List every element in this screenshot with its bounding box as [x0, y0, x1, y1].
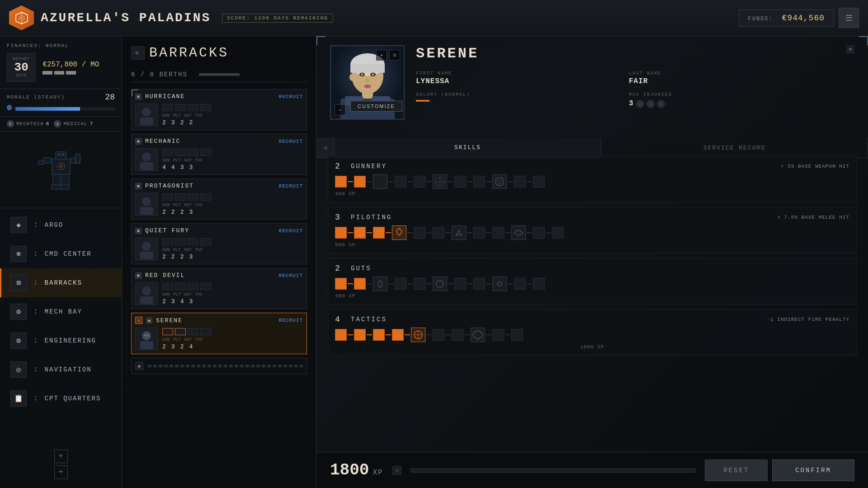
income-bar-1	[42, 71, 52, 75]
stat-bar-2	[175, 104, 186, 111]
sidebar-item-mech-bay[interactable]: ⚙ : MECH BAY	[0, 297, 122, 326]
recruit-header-protagonist: ▣ PROTAGONIST RECRUIT	[135, 183, 303, 189]
piloting-node-3[interactable]	[373, 227, 385, 239]
max-injuries-value: 3	[629, 99, 634, 108]
engineering-icon: ⚙	[10, 333, 27, 349]
svg-point-48	[349, 74, 355, 81]
guts-node-special-6[interactable]	[433, 277, 447, 291]
portrait-square-button[interactable]: ⊟	[389, 50, 400, 61]
tactics-node-2[interactable]	[354, 329, 366, 341]
gunnery-node-special-6[interactable]	[433, 174, 447, 189]
svg-rect-25	[140, 252, 153, 259]
mech-bay-icon: ⚙	[10, 304, 27, 320]
guts-node-special-9[interactable]	[492, 277, 507, 291]
xp-display: 1800 XP	[330, 461, 383, 479]
gunnery-name: GUNNERY	[351, 163, 387, 170]
guts-level: 2	[335, 264, 344, 273]
tactics-node-special[interactable]	[411, 328, 425, 342]
skill-row-guts: 2 GUTS	[328, 258, 857, 305]
medical-icon: ✚	[54, 120, 61, 127]
piloting-node-2[interactable]	[354, 227, 366, 239]
tactics-node-3[interactable]	[373, 329, 385, 341]
gunnery-node-7[interactable]	[454, 176, 466, 188]
recruit-header-mechanic: ▣ MECHANIC RECRUIT	[135, 138, 303, 145]
svg-point-45	[372, 73, 374, 75]
recruit-card-quiet-fury[interactable]: ▣ QUIET FURY RECRUIT	[131, 223, 307, 264]
recruit-body-serene: GUNPLTGUTTAC 2 3 2 4	[135, 328, 303, 350]
recruit-avatar-quiet-fury	[135, 238, 158, 260]
recruit-link-protagonist[interactable]: RECRUIT	[279, 183, 303, 189]
gunnery-node-5[interactable]	[414, 176, 425, 188]
recruit-link-mechanic[interactable]: RECRUIT	[279, 139, 303, 144]
hurricane-plt: 3	[171, 119, 175, 126]
sidebar-item-cpt-quarters[interactable]: 📋 : CPT QUARTERS	[0, 384, 122, 413]
reset-button[interactable]: RESET	[705, 460, 768, 481]
portrait-star-button[interactable]: ✦	[376, 50, 387, 61]
gunnery-node-4[interactable]	[395, 176, 406, 188]
mechanic-gut: 3	[180, 164, 184, 171]
recruit-avatar-mechanic	[135, 148, 158, 171]
customize-button[interactable]: CUSTOMIZE	[350, 101, 402, 112]
menu-button[interactable]: ☰	[839, 8, 859, 28]
add-recruit-button-2[interactable]: +	[54, 465, 68, 479]
guts-node-1[interactable]	[335, 278, 347, 290]
company-logo-icon	[9, 5, 34, 30]
tactics-node-1[interactable]	[335, 329, 347, 341]
monthly-income: €257,800 / MO	[42, 61, 99, 69]
gunnery-node-special-3[interactable]	[373, 174, 387, 189]
morale-bar-fill	[15, 107, 80, 111]
piloting-xp: 900 XP	[335, 242, 849, 248]
guts-node-special-3[interactable]	[373, 277, 387, 291]
recruit-card-red-devil[interactable]: ▣ RED DEVIL RECRUIT	[131, 268, 307, 309]
svg-rect-13	[62, 174, 69, 186]
medical-skill: ✚ MEDICAL 7	[54, 120, 93, 127]
mechtech-value: 6	[46, 121, 50, 127]
gunnery-node-8[interactable]	[473, 176, 485, 188]
tactics-node-special-2[interactable]	[471, 328, 485, 342]
guts-node-2[interactable]	[354, 278, 366, 290]
expand-indicators: ⊞	[846, 45, 854, 53]
gunnery-node-1[interactable]	[335, 176, 347, 188]
morale-bar-area	[7, 104, 115, 111]
recruit-link-serene[interactable]: RECRUIT	[279, 318, 303, 323]
svg-point-53	[498, 180, 501, 183]
sidebar-item-navigation[interactable]: ◎ : NAVIGATION	[0, 355, 122, 384]
confirm-button[interactable]: CONFIRM	[772, 460, 854, 481]
recruit-card-protagonist[interactable]: ▣ PROTAGONIST RECRUIT	[131, 178, 307, 220]
piloting-node-special-3[interactable]	[392, 225, 406, 240]
serene-gun: 2	[162, 343, 166, 350]
corner-tr	[859, 36, 868, 45]
recruit-card-serene[interactable]: ⊞ ▣ SERENE RECRUIT	[131, 313, 307, 354]
piloting-node-special-9[interactable]	[511, 225, 526, 240]
gunnery-node-special-9[interactable]	[492, 174, 507, 189]
income-bars	[42, 71, 99, 75]
recruit-body-protagonist: GUNPLTGUTTAC 2223	[135, 193, 303, 216]
last-name-label: LAST NAME	[629, 71, 835, 76]
expand-btn[interactable]: ⊞	[846, 45, 854, 53]
hurricane-gun: 2	[162, 119, 166, 126]
tactics-node-4[interactable]	[392, 329, 404, 341]
piloting-node-1[interactable]	[335, 227, 347, 239]
gunnery-level: 2	[335, 162, 344, 171]
recruit-link-quiet-fury[interactable]: RECRUIT	[279, 228, 303, 234]
sidebar-item-engineering[interactable]: ⚙ : ENGINEERING	[0, 326, 122, 355]
svg-rect-12	[53, 174, 60, 186]
add-recruit-button[interactable]: +	[54, 450, 68, 463]
income-bar-2	[54, 71, 64, 75]
recruit-card-mechanic[interactable]: ▣ MECHANIC RECRUIT	[131, 134, 307, 175]
medical-label: MEDICAL	[63, 121, 87, 127]
sidebar-item-argo[interactable]: ◈ : ARGO	[0, 211, 122, 239]
svg-rect-21	[140, 162, 153, 170]
gunnery-nodes	[335, 174, 849, 189]
gunnery-node-2[interactable]	[354, 176, 366, 188]
piloting-node-special-6[interactable]	[452, 225, 466, 240]
recruit-link-hurricane[interactable]: RECRUIT	[279, 94, 303, 99]
sidebar-item-cmd-center[interactable]: ⊕ : CMD CENTER	[0, 239, 122, 268]
edit-portrait-button[interactable]: ✏	[335, 104, 345, 115]
barracks-divider: :	[33, 279, 38, 287]
back-button[interactable]: «	[131, 46, 145, 60]
cpt-divider: :	[33, 394, 38, 403]
recruit-card-hurricane[interactable]: ▣ HURRICANE RECRUIT	[131, 89, 307, 130]
recruit-link-red-devil[interactable]: RECRUIT	[279, 273, 303, 278]
sidebar-item-barracks[interactable]: ⊞ : BARRACKS	[0, 268, 122, 297]
